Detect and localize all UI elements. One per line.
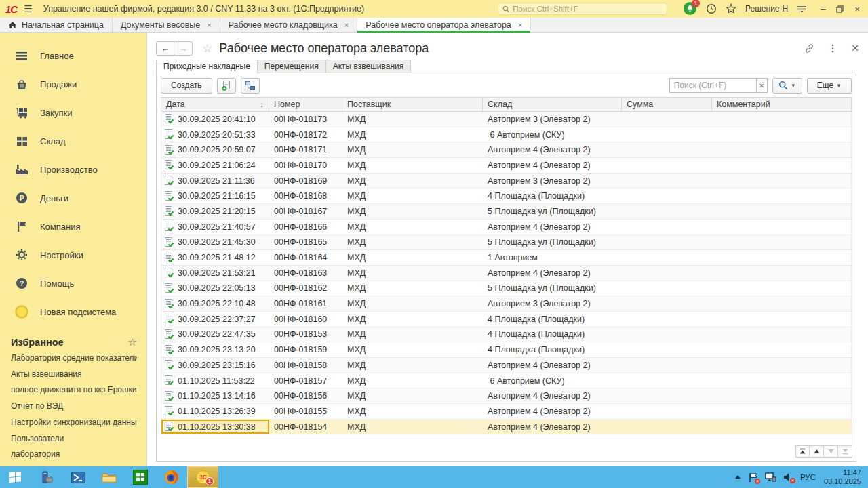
table-row[interactable]: 01.10.2025 13:14:16 00НФ-018156 МХД Авто… xyxy=(161,388,851,404)
table-row[interactable]: 30.09.2025 22:47:35 00НФ-018153 МХД 4 Пл… xyxy=(161,327,851,343)
scroll-up-button[interactable] xyxy=(810,445,824,458)
cell-supplier: МХД xyxy=(342,220,483,235)
favorite-link[interactable]: Отчет по ВЭД xyxy=(11,399,137,415)
column-header[interactable]: Комментарий xyxy=(712,98,851,111)
column-header[interactable]: Дата↓ xyxy=(161,98,269,111)
volume-icon[interactable]: ✕ xyxy=(783,472,793,482)
table-row[interactable]: 01.10.2025 13:26:39 00НФ-018155 МХД Авто… xyxy=(161,404,851,420)
table-row[interactable]: 30.09.2025 21:53:21 00НФ-018163 МХД Авто… xyxy=(161,266,851,281)
company-icon xyxy=(15,220,28,233)
favorite-link[interactable]: Лаборатория средние показатели xyxy=(11,350,137,367)
table-row[interactable]: 30.09.2025 22:10:48 00НФ-018161 МХД Авто… xyxy=(161,296,851,312)
table-row[interactable]: 30.09.2025 23:15:16 00НФ-018158 МХД Авто… xyxy=(161,358,851,373)
back-button[interactable]: ← xyxy=(156,41,174,56)
global-search-input[interactable] xyxy=(513,5,663,13)
table-row[interactable]: 30.09.2025 21:40:57 00НФ-018166 МХД Авто… xyxy=(161,220,851,235)
close-tab-icon[interactable]: × xyxy=(518,21,522,29)
table-row[interactable]: 30.09.2025 21:45:30 00НФ-018165 МХД 5 Пл… xyxy=(161,235,851,251)
more-menu-icon[interactable]: ⋮ xyxy=(828,43,837,54)
firefox-button[interactable] xyxy=(156,466,187,488)
sidebar-item-company[interactable]: Компания xyxy=(0,212,146,241)
close-window-button[interactable]: × xyxy=(854,4,860,14)
favorites-star-icon[interactable] xyxy=(726,3,736,14)
cell-supplier: МХД xyxy=(342,266,483,281)
main-menu-icon[interactable]: ☰ xyxy=(24,3,33,14)
favorite-link[interactable]: полное движенитя по ккз Ерошкин xyxy=(11,382,137,399)
column-header[interactable]: Сумма xyxy=(622,98,712,111)
collapse-panel-icon[interactable] xyxy=(797,5,807,13)
sidebar-item-help[interactable]: ? Помощь xyxy=(0,269,146,298)
close-tab-icon[interactable]: × xyxy=(344,21,349,29)
column-header[interactable]: Склад xyxy=(483,98,622,111)
sidebar-item-warehouse[interactable]: Склад xyxy=(0,127,146,155)
window-tab[interactable]: Рабочее место кладовщика × xyxy=(220,18,358,32)
table-row[interactable]: 01.10.2025 11:53:22 00НФ-018157 МХД 6 Ав… xyxy=(161,373,851,389)
notifications-button[interactable]: 1 xyxy=(684,2,697,16)
table-row[interactable]: 30.09.2025 21:20:15 00НФ-018167 МХД 5 Пл… xyxy=(161,204,851,220)
1c-app-button[interactable]: 1С 1 xyxy=(187,466,218,488)
language-indicator[interactable]: РУС xyxy=(800,473,816,481)
favorite-link[interactable]: Пользователи xyxy=(11,431,137,447)
table-row[interactable]: 01.10.2025 13:30:38 00НФ-018154 МХД Авто… xyxy=(161,420,851,435)
sidebar-item-new-subsystem[interactable]: Новая подсистема xyxy=(0,298,146,326)
show-hidden-icons-button[interactable] xyxy=(734,474,741,480)
get-link-icon[interactable] xyxy=(804,43,814,54)
user-menu[interactable]: Решение-Н xyxy=(745,4,788,14)
table-row[interactable]: 30.09.2025 20:59:07 00НФ-018171 МХД Авто… xyxy=(161,142,851,158)
restore-button[interactable] xyxy=(836,5,844,13)
form-tab[interactable]: Перемещения xyxy=(257,60,326,73)
sidebar-item-purchases[interactable]: Закупки xyxy=(0,98,146,127)
create-button[interactable]: Создать xyxy=(161,78,212,94)
history-icon[interactable] xyxy=(706,3,717,14)
powershell-button[interactable] xyxy=(62,466,94,488)
sidebar-item-sales[interactable]: Продажи xyxy=(0,70,146,98)
minimize-button[interactable]: – xyxy=(821,4,825,14)
table-row[interactable]: 30.09.2025 20:41:10 00НФ-018173 МХД Авто… xyxy=(161,112,851,127)
global-search[interactable] xyxy=(498,3,667,15)
window-tab[interactable]: Документы весовые × xyxy=(113,18,220,32)
column-header[interactable]: Номер xyxy=(269,98,342,111)
server-manager-button[interactable] xyxy=(31,466,62,488)
sidebar-item-menu[interactable]: Главное xyxy=(0,41,146,70)
favorites-star-icon[interactable]: ☆ xyxy=(128,336,137,348)
window-tab[interactable]: Начальная страница × xyxy=(0,18,113,32)
table-row[interactable]: 30.09.2025 21:16:15 00НФ-018168 МХД 4 Пл… xyxy=(161,188,851,204)
scroll-down-button[interactable] xyxy=(824,445,838,458)
table-row[interactable]: 30.09.2025 22:05:13 00НФ-018162 МХД 5 Пл… xyxy=(161,281,851,297)
column-header[interactable]: Поставщик xyxy=(342,98,483,111)
cell-number: 00НФ-018163 xyxy=(269,266,342,281)
file-explorer-button[interactable] xyxy=(94,466,125,488)
scroll-to-bottom-button[interactable] xyxy=(838,445,852,458)
network-icon[interactable] xyxy=(765,472,776,482)
table-row[interactable]: 30.09.2025 20:51:33 00НФ-018172 МХД 6 Ав… xyxy=(161,127,851,143)
action-center-icon[interactable]: ✕ xyxy=(748,472,758,483)
clock[interactable]: 11:47 03.10.2025 xyxy=(824,468,861,486)
close-form-button[interactable]: ✕ xyxy=(851,43,859,54)
close-tab-icon[interactable]: × xyxy=(207,21,211,29)
table-row[interactable]: 30.09.2025 23:13:20 00НФ-018159 МХД 4 Пл… xyxy=(161,342,851,358)
store-button[interactable] xyxy=(125,466,156,488)
more-button[interactable]: Еще▼ xyxy=(807,78,852,94)
set-interval-button[interactable] xyxy=(241,78,260,94)
favorite-link[interactable]: Акты взвешивания xyxy=(11,367,137,383)
favorite-link[interactable]: лаборатория xyxy=(11,447,137,463)
table-row[interactable]: 30.09.2025 21:11:36 00НФ-018169 МХД Авто… xyxy=(161,174,851,189)
forward-button[interactable]: → xyxy=(174,41,193,56)
clear-search-icon[interactable]: ✕ xyxy=(756,78,768,93)
form-tab[interactable]: Приходные накладные xyxy=(156,60,257,73)
form-tab[interactable]: Акты взвешивания xyxy=(326,60,412,73)
table-row[interactable]: 30.09.2025 21:48:12 00НФ-018164 МХД 1 Ав… xyxy=(161,250,851,266)
table-row[interactable]: 30.09.2025 22:37:27 00НФ-018160 МХД 4 Пл… xyxy=(161,312,851,327)
scroll-to-top-button[interactable] xyxy=(795,445,810,458)
sidebar-item-settings[interactable]: Настройки xyxy=(0,241,146,269)
window-tab[interactable]: Рабочее место оператора элеватора × xyxy=(357,18,531,32)
list-search-input[interactable] xyxy=(669,78,756,93)
table-row[interactable]: 30.09.2025 21:06:24 00НФ-018170 МХД Авто… xyxy=(161,158,851,174)
start-button[interactable] xyxy=(0,466,31,488)
sidebar-item-production[interactable]: Производство xyxy=(0,155,146,184)
create-copy-button[interactable] xyxy=(217,78,236,94)
sidebar-item-money[interactable]: P Деньги xyxy=(0,184,146,212)
search-options-button[interactable]: ▼ xyxy=(772,78,802,94)
add-favorite-star-icon[interactable]: ☆ xyxy=(202,41,212,56)
favorite-link[interactable]: Настройки синхронизации данных xyxy=(11,415,137,431)
